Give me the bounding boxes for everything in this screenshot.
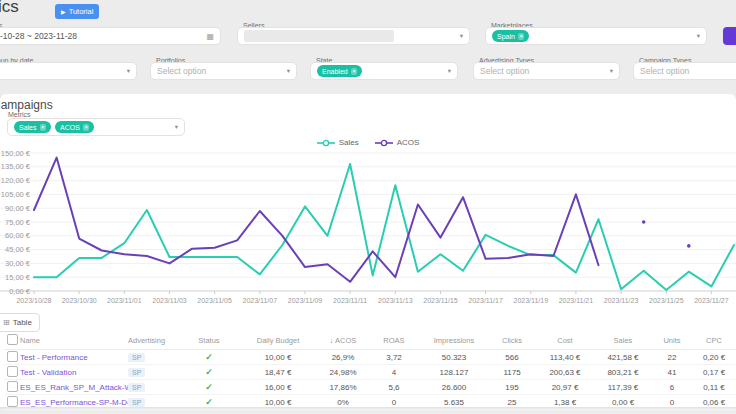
column-header-status[interactable]: Status (180, 336, 238, 345)
metrics-label: Metrics (8, 111, 31, 118)
row-checkbox[interactable] (7, 366, 18, 377)
svg-text:2023/11/17: 2023/11/17 (468, 297, 503, 304)
cell-impressions: 5.635 (420, 398, 488, 407)
campaigns-table: NameAdvertisingStatusDaily Budget↓ ACOSR… (4, 332, 736, 410)
column-header-daily-budget[interactable]: Daily Budget (238, 336, 318, 345)
group-by-date-select[interactable]: Day ▾ (0, 62, 137, 80)
svg-text:2023/10/30: 2023/10/30 (62, 297, 97, 304)
apply-button[interactable] (723, 27, 736, 45)
column-header-cost[interactable]: Cost (536, 336, 594, 345)
cell-clicks: 566 (488, 353, 536, 362)
tutorial-button[interactable]: ▶ Tutorial (55, 4, 99, 19)
cell-daily_budget: 10,00 € (238, 398, 318, 407)
marketplace-tag: Spain × (492, 30, 529, 42)
cell-sales: 0,00 € (594, 398, 652, 407)
remove-tag-icon[interactable]: × (518, 33, 525, 40)
caret-down-icon: ▾ (460, 32, 463, 40)
page-title: Metrics (0, 0, 19, 17)
cell-cpc: 0,11 € (692, 383, 736, 392)
portfolios-select[interactable]: Select option ▾ (150, 62, 297, 80)
column-header-advertising[interactable]: Advertising (128, 336, 180, 345)
seller-tag (244, 30, 394, 42)
column-header-cpc[interactable]: CPC (692, 336, 736, 345)
status-enabled-icon: ✓ (205, 367, 213, 377)
cell-sales: 117,39 € (594, 383, 652, 392)
cell-sales: 421,58 € (594, 353, 652, 362)
cell-daily_budget: 10,00 € (238, 353, 318, 362)
remove-tag-icon[interactable]: × (40, 124, 47, 131)
column-header-acos[interactable]: ↓ ACOS (318, 336, 368, 345)
sort-desc-icon[interactable]: ↓ (330, 336, 335, 345)
cell-cost: 20,97 € (536, 383, 594, 392)
svg-text:2023/11/27: 2023/11/27 (694, 297, 729, 304)
caret-down-icon: ▾ (175, 123, 178, 131)
svg-text:120,00 €: 120,00 € (1, 176, 31, 185)
svg-text:75,00 €: 75,00 € (5, 218, 31, 227)
svg-text:60,00 €: 60,00 € (5, 231, 31, 240)
status-enabled-icon: ✓ (205, 397, 213, 407)
metric-tag-label: Sales (19, 124, 37, 131)
cell-roas: 4 (368, 368, 420, 377)
metrics-select[interactable]: Sales × ACOS × ▾ (7, 118, 185, 136)
advertising-type-badge: SP (128, 383, 145, 392)
play-icon: ▶ (61, 9, 66, 15)
svg-text:135,00 €: 135,00 € (1, 162, 31, 171)
svg-text:2023/11/11: 2023/11/11 (333, 297, 367, 304)
metric-tag-label: ACOS (60, 124, 80, 131)
campaign-types-placeholder: Select option (640, 66, 689, 76)
cell-clicks: 195 (488, 383, 536, 392)
column-header-name[interactable]: Name (20, 336, 128, 345)
marketplaces-select[interactable]: Spain × ▾ (485, 27, 707, 45)
sellers-select[interactable]: ▾ (237, 27, 470, 45)
calendar-icon[interactable]: ▦ (206, 32, 214, 41)
svg-text:2023/11/23: 2023/11/23 (604, 297, 639, 304)
column-header-units[interactable]: Units (652, 336, 692, 345)
table-view-button[interactable]: ⊞ Table (0, 313, 40, 332)
select-all-checkbox[interactable] (7, 334, 18, 345)
svg-text:2023/11/05: 2023/11/05 (197, 297, 232, 304)
table-row[interactable]: ES_ES_Rank_SP_M_Attack-WeekAsins_B09P4PS… (4, 380, 736, 395)
campaign-name-link[interactable]: ES_ES_Rank_SP_M_Attack-WeekAsins_B09P4P (20, 383, 128, 392)
column-header-sales[interactable]: Sales (594, 336, 652, 345)
campaign-name-link[interactable]: ES_ES_Performance-SP-M-DefensaAsinsAsin_… (20, 398, 128, 407)
marketplace-tag-label: Spain (497, 33, 515, 40)
svg-text:2023/11/19: 2023/11/19 (514, 297, 549, 304)
svg-text:2023/11/09: 2023/11/09 (288, 297, 323, 304)
cell-cpc: 0,17 € (692, 368, 736, 377)
row-checkbox[interactable] (7, 396, 18, 407)
caret-down-icon: ▾ (448, 67, 451, 75)
table-body: Test - PerformanceSP✓10,00 €26,9%3,7250.… (4, 350, 736, 410)
caret-down-icon: ▾ (697, 32, 700, 40)
row-checkbox[interactable] (7, 351, 18, 362)
svg-text:30,00 €: 30,00 € (5, 259, 31, 268)
table-row[interactable]: Test - ValidationSP✓18,47 €24,98%4128.12… (4, 365, 736, 380)
svg-text:2023/11/13: 2023/11/13 (378, 297, 413, 304)
svg-text:2023/11/03: 2023/11/03 (152, 297, 187, 304)
dates-input[interactable]: 2023-10-28 ~ 2023-11-28 ▦ (0, 27, 221, 45)
caret-down-icon: ▾ (610, 67, 613, 75)
advertising-types-select[interactable]: Select option ▾ (473, 62, 620, 80)
column-header-roas[interactable]: ROAS (368, 336, 420, 345)
cell-sales: 803,21 € (594, 368, 652, 377)
cell-roas: 5,6 (368, 383, 420, 392)
svg-text:150,00 €: 150,00 € (1, 149, 31, 158)
cell-impressions: 26.600 (420, 383, 488, 392)
cell-units: 0 (652, 398, 692, 407)
portfolios-placeholder: Select option (157, 66, 206, 76)
table-header-row: NameAdvertisingStatusDaily Budget↓ ACOSR… (4, 332, 736, 350)
campaign-name-link[interactable]: Test - Validation (20, 368, 128, 377)
table-button-label: Table (13, 318, 32, 327)
remove-tag-icon[interactable]: × (351, 68, 358, 75)
svg-text:15,00 €: 15,00 € (5, 273, 31, 282)
column-header-clicks[interactable]: Clicks (488, 336, 536, 345)
campaign-name-link[interactable]: Test - Performance (20, 353, 128, 362)
cell-cost: 113,40 € (536, 353, 594, 362)
remove-tag-icon[interactable]: × (83, 124, 90, 131)
column-header-impressions[interactable]: Impressions (420, 336, 488, 345)
campaign-types-select[interactable]: Select option (633, 62, 736, 80)
cell-impressions: 128.127 (420, 368, 488, 377)
table-row[interactable]: Test - PerformanceSP✓10,00 €26,9%3,7250.… (4, 350, 736, 365)
row-checkbox[interactable] (7, 381, 18, 392)
state-select[interactable]: Enabled × ▾ (310, 62, 458, 80)
table-row[interactable]: ES_ES_Performance-SP-M-DefensaAsinsAsin_… (4, 395, 736, 410)
